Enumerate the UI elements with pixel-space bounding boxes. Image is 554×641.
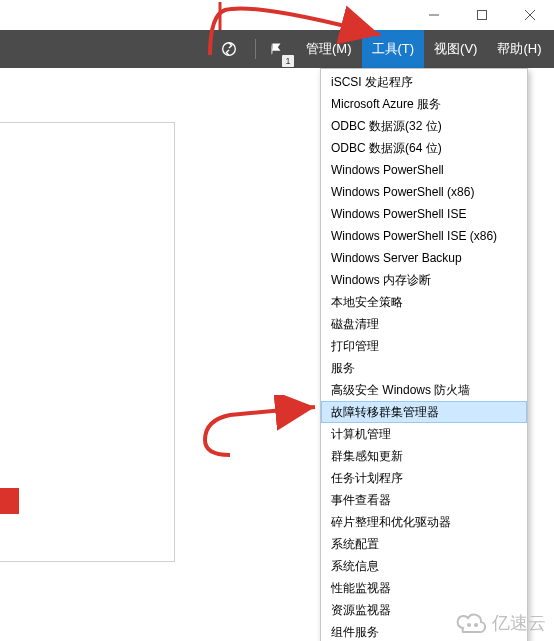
left-panel [0,122,175,562]
menu-view-label: 视图(V) [434,40,477,58]
tools-menu-item[interactable]: ODBC 数据源(32 位) [321,115,527,137]
menubar: 1 管理(M) 工具(T) 视图(V) 帮助(H) [0,30,554,68]
menu-view[interactable]: 视图(V) [424,30,487,68]
tools-menu-item[interactable]: 磁盘清理 [321,313,527,335]
tools-menu-item[interactable]: Microsoft Azure 服务 [321,93,527,115]
tools-menu-item[interactable]: iSCSI 发起程序 [321,71,527,93]
tools-menu-item[interactable]: 碎片整理和优化驱动器 [321,511,527,533]
tools-menu-item[interactable]: Windows PowerShell (x86) [321,181,527,203]
tools-menu-item[interactable]: 高级安全 Windows 防火墙 [321,379,527,401]
tools-menu-item[interactable]: 服务 [321,357,527,379]
notification-count: 1 [282,55,294,67]
tools-menu-item[interactable]: 群集感知更新 [321,445,527,467]
tools-menu-item[interactable]: 事件查看器 [321,489,527,511]
tools-menu-item[interactable]: Windows Server Backup [321,247,527,269]
tools-menu-item[interactable]: 故障转移群集管理器 [321,401,527,423]
menu-manage[interactable]: 管理(M) [296,30,362,68]
svg-point-5 [467,623,471,627]
watermark-logo-icon [454,612,488,634]
menu-help[interactable]: 帮助(H) [487,30,551,68]
annotation-arrow-bottom [190,395,340,465]
notifications-icon[interactable]: 1 [262,35,290,63]
watermark: 亿速云 [454,611,546,635]
tools-menu-item[interactable]: 本地安全策略 [321,291,527,313]
menu-help-label: 帮助(H) [497,40,541,58]
tools-menu-item[interactable]: Windows 内存诊断 [321,269,527,291]
tools-menu-item[interactable]: 性能监视器 [321,577,527,599]
watermark-text: 亿速云 [492,611,546,635]
red-marker [0,488,19,514]
tools-menu-item[interactable]: 打印管理 [321,335,527,357]
menu-manage-label: 管理(M) [306,40,352,58]
tools-menu-item[interactable]: 任务计划程序 [321,467,527,489]
tools-menu-item[interactable]: 系统信息 [321,555,527,577]
tools-menu-item[interactable]: ODBC 数据源(64 位) [321,137,527,159]
tools-menu-item[interactable]: 计算机管理 [321,423,527,445]
tools-menu-item[interactable]: Windows PowerShell [321,159,527,181]
tools-dropdown: iSCSI 发起程序Microsoft Azure 服务ODBC 数据源(32 … [320,68,528,641]
tools-menu-item[interactable]: Windows PowerShell ISE (x86) [321,225,527,247]
refresh-icon[interactable] [215,35,243,63]
title-bar [410,0,554,30]
minimize-button[interactable] [410,0,458,30]
close-button[interactable] [506,0,554,30]
menu-tools[interactable]: 工具(T) [362,30,425,68]
svg-point-6 [474,623,478,627]
svg-rect-1 [478,11,487,20]
menu-tools-label: 工具(T) [372,40,415,58]
maximize-button[interactable] [458,0,506,30]
tools-menu-item[interactable]: 系统配置 [321,533,527,555]
svg-point-4 [223,43,236,56]
menubar-separator [255,39,256,59]
tools-menu-item[interactable]: Windows PowerShell ISE [321,203,527,225]
